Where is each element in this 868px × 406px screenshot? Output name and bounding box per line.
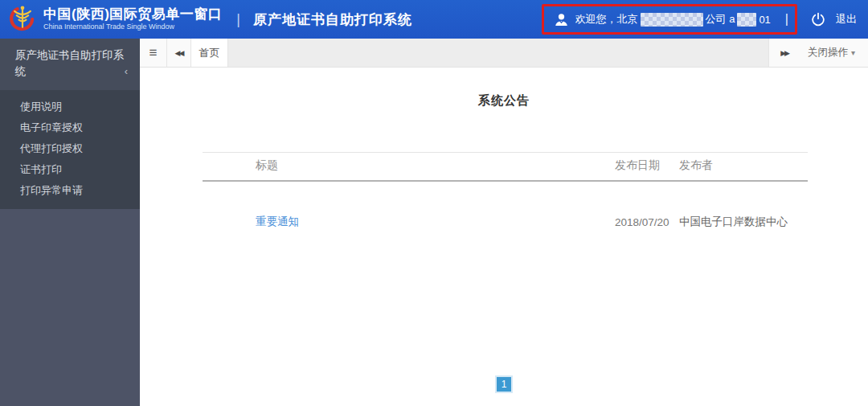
welcome-mid: 公司 a	[706, 12, 735, 27]
sidebar-menu: 使用说明 电子印章授权 代理打印授权 证书打印 打印异常申请	[0, 90, 140, 209]
welcome-annotation-box: 欢迎您，北京 公司 a 01 |	[542, 4, 797, 35]
hamburger-menu-icon[interactable]: ≡	[140, 39, 167, 67]
close-operations-dropdown[interactable]: 关闭操作 ▾	[800, 39, 868, 67]
sidebar-title-label: 原产地证书自助打印系统	[15, 49, 124, 77]
customs-logo-icon	[8, 3, 37, 35]
chevron-down-icon: ▾	[851, 48, 855, 57]
page-title: 系统公告	[140, 93, 868, 109]
redacted-company-name	[641, 13, 703, 27]
table-row: 重要通知 2018/07/20 中国电子口岸数据中心	[203, 215, 808, 229]
tab-bar: ≡ ◀◀ 首页 ▶▶ 关闭操作 ▾	[140, 39, 868, 68]
double-left-arrow-icon: ◀◀	[175, 49, 183, 57]
app-title: 原产地证书自助打印系统	[253, 10, 412, 29]
scroll-tabs-right-icon[interactable]: ▶▶	[769, 39, 800, 67]
row-date-cell: 2018/07/20	[615, 216, 679, 228]
row-publisher-cell: 中国电子口岸数据中心	[679, 215, 808, 229]
brand-block: 中国(陕西)国际贸易单一窗口 China International Trade…	[43, 7, 222, 32]
sidebar: 原产地证书自助打印系统 ‹ 使用说明 电子印章授权 代理打印授权 证书打印 打印…	[0, 39, 140, 406]
column-header-title: 标题	[203, 158, 615, 173]
tab-bar-filler	[228, 39, 768, 67]
power-icon[interactable]	[810, 11, 826, 27]
welcome-text: 欢迎您，北京 公司 a 01	[575, 12, 771, 27]
column-header-publisher: 发布者	[679, 158, 808, 173]
double-right-arrow-icon: ▶▶	[780, 49, 788, 57]
welcome-suffix: 01	[759, 14, 770, 26]
sidebar-item-print-exception[interactable]: 打印异常申请	[0, 180, 140, 201]
main-content: 系统公告 标题 发布日期 发布者 重要通知 2018/07/20 中国电子口岸数…	[140, 68, 868, 406]
announcement-link[interactable]: 重要通知	[256, 215, 299, 228]
collapse-chevron-icon[interactable]: ‹	[125, 64, 128, 80]
sidebar-item-cert-print[interactable]: 证书打印	[0, 159, 140, 180]
sidebar-item-usage-guide[interactable]: 使用说明	[0, 96, 140, 117]
table-header-row: 标题 发布日期 发布者	[203, 152, 808, 182]
brand-subtitle: China International Trade Single Window	[43, 23, 222, 31]
announcement-table: 标题 发布日期 发布者 重要通知 2018/07/20 中国电子口岸数据中心	[203, 152, 808, 229]
sidebar-item-eseal-auth[interactable]: 电子印章授权	[0, 117, 140, 138]
tab-bar-right-controls: ▶▶ 关闭操作 ▾	[768, 39, 868, 67]
sidebar-item-agent-print-auth[interactable]: 代理打印授权	[0, 138, 140, 159]
column-header-date: 发布日期	[615, 158, 679, 173]
welcome-divider: |	[785, 12, 788, 27]
header-divider: |	[236, 11, 240, 28]
row-title-cell: 重要通知	[203, 215, 615, 229]
welcome-prefix: 欢迎您，北京	[575, 12, 638, 27]
pagination: 1	[495, 375, 513, 393]
sidebar-title[interactable]: 原产地证书自助打印系统 ‹	[0, 39, 140, 90]
scroll-tabs-left-icon[interactable]: ◀◀	[167, 39, 191, 67]
redacted-account	[737, 13, 756, 27]
close-operations-label: 关闭操作	[808, 46, 848, 59]
user-avatar-icon	[554, 12, 569, 27]
logout-button[interactable]: 退出	[836, 12, 857, 27]
top-header: 中国(陕西)国际贸易单一窗口 China International Trade…	[0, 0, 868, 39]
tab-home[interactable]: 首页	[191, 39, 228, 67]
page-button-1[interactable]: 1	[495, 375, 513, 393]
brand-title: 中国(陕西)国际贸易单一窗口	[43, 7, 222, 23]
